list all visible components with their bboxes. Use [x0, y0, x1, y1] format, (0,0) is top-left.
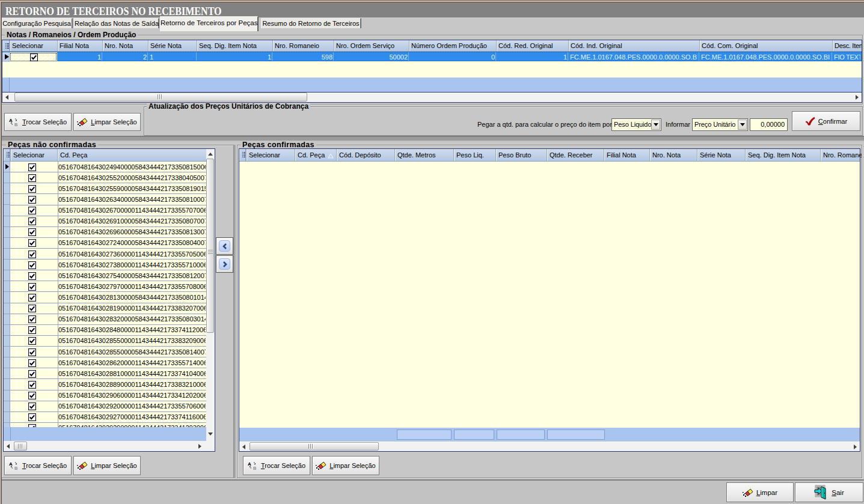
- svg-text:A: A: [9, 461, 13, 467]
- svg-text:A: A: [9, 118, 13, 123]
- svg-text:B: B: [14, 466, 17, 470]
- svg-text:B: B: [253, 466, 256, 470]
- svg-text:A: A: [248, 461, 251, 467]
- svg-text:B: B: [14, 122, 17, 127]
